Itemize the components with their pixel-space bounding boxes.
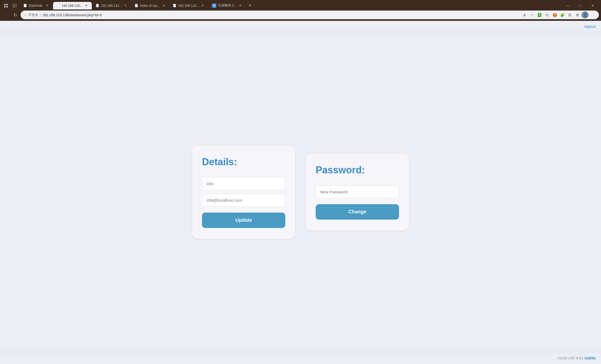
password-form: Change [316,186,399,220]
favorites-icon[interactable]: ☆ [528,11,535,18]
tab-title-ip1: 192.168.110... [62,4,83,8]
address-bar-actions: 𝐀 ☆ $ ⊙ 🍪 🧩 ⊟ ⧉ 👤 ⋯ [521,11,596,18]
cookie-icon[interactable]: 🍪 [551,11,558,18]
email-input[interactable] [202,194,285,207]
main-content: Details: Update Password: Change [0,32,601,352]
browser-chrome: 📄 DarkHole ✕ 📄 192.168.110... ✕ 📄 192.16… [0,0,601,21]
tab-favicon-index: 📄 [135,4,138,7]
password-card: Password: Change [306,154,409,230]
tab-favicon-ip2: 📄 [96,4,99,7]
security-label: 不安全 [28,13,38,17]
minimize-button[interactable]: — [561,2,574,9]
extensions-green-icon[interactable]: $ [536,11,543,18]
tab-group-icon[interactable] [2,2,10,9]
tab-favicon-ip3: 📄 [173,4,177,7]
tab-close-baidu[interactable]: ✕ [238,4,243,8]
tab-close-index[interactable]: ✕ [161,4,166,8]
page-wrapper: logout Details: Update Password: Change … [0,21,601,364]
tab-baidu[interactable]: 译 百度翻译-2... ✕ [209,2,246,9]
logout-link[interactable]: logout [584,24,596,29]
security-icon: ⚠ [24,13,27,17]
reload-button[interactable]: ↻ [11,11,19,19]
tab-close-ip2[interactable]: ✕ [123,4,128,8]
username-input[interactable] [202,177,285,190]
settings-menu[interactable]: ⋯ [589,11,596,18]
change-button[interactable]: Change [316,204,399,220]
update-button[interactable]: Update [202,213,285,228]
puzzle-icon[interactable]: 🧩 [559,11,566,18]
close-button[interactable]: ✕ [586,2,599,9]
tab-ip3[interactable]: 📄 192.168.110... ✕ [169,2,208,9]
tab-bar: 📄 DarkHole ✕ 📄 192.168.110... ✕ 📄 192.16… [0,0,601,9]
tab-index[interactable]: 📄 Index of /up... ✕ [131,2,169,9]
profile-avatar[interactable]: 👤 [582,11,589,18]
footer-brand: mafda [584,356,596,360]
tab-favicon-darkhole: 📄 [23,4,27,7]
tab-ip2[interactable]: 📄 192.168.110... ✕ [92,2,131,9]
tab-favicon-ip1: 📄 [56,4,60,7]
tab-close-darkhole[interactable]: ✕ [45,4,49,8]
new-tab-button[interactable]: + [246,2,254,9]
favorites-bar-icon[interactable]: ⊟ [566,11,573,18]
tab-title-index: Index of /up... [140,4,160,8]
details-title: Details: [202,156,285,168]
url-text: 192.168.110.136/dashboard.php?id=3 [42,13,519,17]
tab-close-ip1[interactable]: ✕ [84,4,89,8]
tracking-icon[interactable]: ⊙ [544,11,551,18]
address-bar[interactable]: ⚠ 不安全 | 192.168.110.136/dashboard.php?id… [21,11,599,19]
footer-text: made with ♥ by [558,356,584,360]
url-divider: | [40,13,41,17]
svg-rect-1 [6,4,8,5]
password-title: Password: [316,164,399,176]
svg-rect-2 [4,6,6,8]
new-password-input[interactable] [316,186,399,198]
tab-ip1[interactable]: 📄 192.168.110... ✕ [53,2,92,9]
details-form: Update [202,177,285,228]
svg-rect-0 [4,4,6,5]
tab-darkhole[interactable]: 📄 DarkHole ✕ [20,2,53,9]
svg-rect-3 [6,6,8,8]
address-bar-row: ← ↻ ⚠ 不安全 | 192.168.110.136/dashboard.ph… [0,9,601,21]
tab-title-darkhole: DarkHole [29,4,43,8]
maximize-button[interactable]: □ [574,2,586,9]
tab-title-baidu: 百度翻译-2... [218,3,237,8]
back-button[interactable]: ← [2,11,10,19]
tab-favicon-baidu: 译 [212,4,216,8]
top-bar: logout [0,21,601,32]
read-aloud-icon[interactable]: 𝐀 [521,11,528,18]
svg-rect-4 [13,4,17,8]
details-card: Details: Update [192,145,295,239]
tab-close-ip3[interactable]: ✕ [201,4,205,8]
tab-title-ip3: 192.168.110... [178,4,199,8]
tab-grid-icon[interactable] [11,2,18,9]
window-controls: — □ ✕ [561,2,599,9]
footer: made with ♥ by mafda [0,352,601,364]
tab-title-ip2: 192.168.110... [101,4,122,8]
collections-icon[interactable]: ⧉ [574,11,581,18]
